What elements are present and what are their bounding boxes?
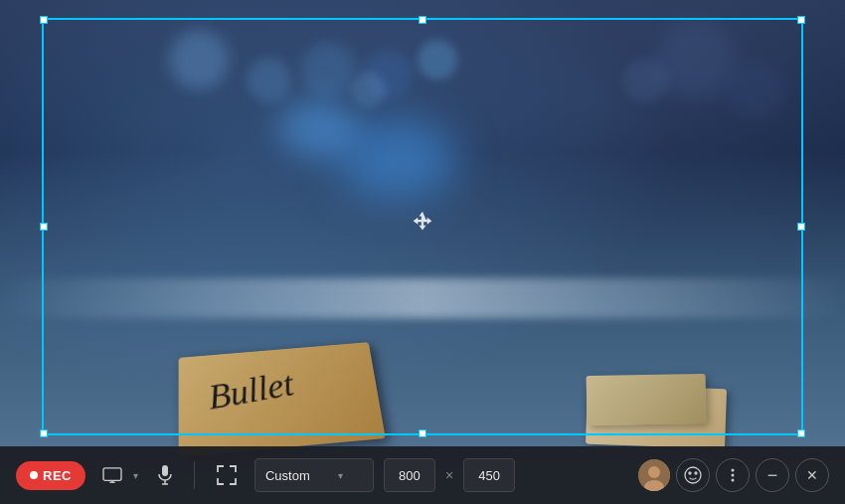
height-input[interactable] [463, 458, 515, 492]
toolbar: REC ▾ Cus [0, 446, 845, 504]
handle-top-right[interactable] [797, 16, 805, 24]
svg-point-7 [648, 466, 660, 478]
handle-mid-left[interactable] [40, 223, 48, 231]
handle-bottom-right[interactable] [797, 429, 805, 437]
svg-point-13 [732, 474, 735, 477]
handle-top-left[interactable] [40, 16, 48, 24]
width-input[interactable] [384, 458, 435, 492]
dropdown-arrow-icon: ▾ [338, 470, 343, 481]
mic-button[interactable] [150, 460, 180, 490]
svg-point-12 [732, 469, 735, 472]
emoji-button[interactable] [676, 458, 710, 492]
capture-selection[interactable] [42, 18, 803, 435]
handle-bottom-left[interactable] [40, 429, 48, 437]
svg-point-10 [689, 472, 691, 474]
move-cursor-icon [409, 210, 436, 245]
svg-point-9 [685, 467, 701, 483]
close-button[interactable]: ✕ [795, 458, 829, 492]
svg-rect-0 [103, 468, 121, 481]
handle-bottom-mid[interactable] [419, 429, 426, 437]
right-icons: − ✕ [638, 458, 829, 492]
screen-icon-group: ▾ [95, 462, 140, 488]
screen-dropdown-arrow[interactable]: ▾ [131, 466, 140, 485]
handle-top-mid[interactable] [419, 16, 426, 24]
svg-point-11 [695, 472, 697, 474]
dimension-separator: × [445, 467, 453, 483]
rec-dot [30, 471, 38, 479]
user-avatar[interactable] [638, 459, 670, 491]
resolution-dropdown[interactable]: Custom ▾ [254, 458, 374, 492]
divider-1 [194, 461, 195, 489]
close-icon: ✕ [806, 467, 818, 483]
more-options-button[interactable] [716, 458, 750, 492]
dropdown-label: Custom [265, 468, 310, 483]
svg-point-14 [732, 479, 735, 482]
screen-button[interactable] [95, 462, 129, 488]
svg-rect-3 [162, 465, 168, 476]
rec-label: REC [43, 468, 72, 483]
handle-mid-right[interactable] [797, 223, 805, 231]
chevron-down-icon: ▾ [133, 470, 138, 481]
minimize-button[interactable]: − [756, 458, 789, 492]
expand-button[interactable] [209, 457, 245, 493]
minus-icon: − [767, 466, 778, 484]
rec-button[interactable]: REC [16, 461, 85, 490]
